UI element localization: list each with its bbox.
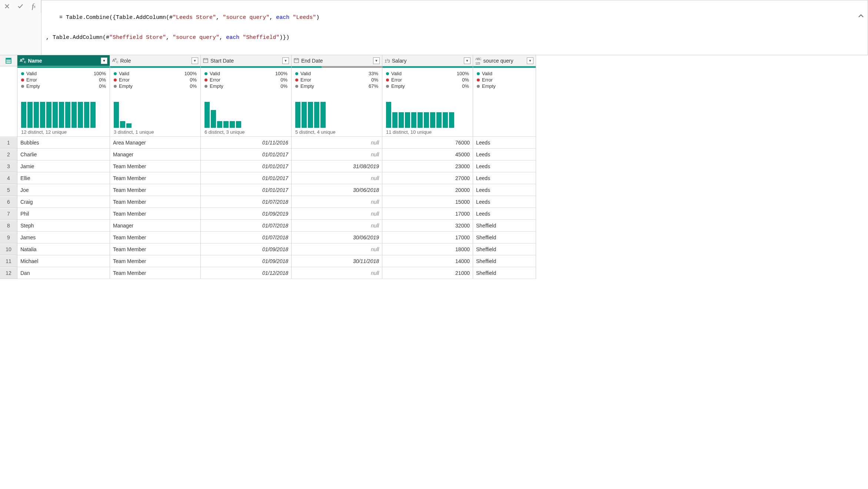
cell[interactable]: Team Member <box>110 184 200 196</box>
cell[interactable]: 01/09/2018 <box>201 243 291 255</box>
cell[interactable]: 27000 <box>382 172 473 184</box>
row-number[interactable]: 11 <box>0 255 17 267</box>
row-number[interactable]: 10 <box>0 243 17 255</box>
cell[interactable]: 30/06/2019 <box>292 232 382 243</box>
cell[interactable]: Team Member <box>110 267 200 279</box>
type-icon[interactable]: ABC <box>112 57 118 64</box>
cell[interactable]: Leeds <box>473 172 536 184</box>
cell[interactable]: null <box>292 243 382 255</box>
cell[interactable]: Manager <box>110 149 200 160</box>
cell[interactable]: null <box>292 208 382 220</box>
cell[interactable]: 01/11/2016 <box>201 137 291 149</box>
cell[interactable]: 17000 <box>382 232 473 243</box>
cell[interactable]: 76000 <box>382 137 473 149</box>
cell[interactable]: null <box>292 220 382 232</box>
cell[interactable]: 01/01/2017 <box>201 184 291 196</box>
cell[interactable]: 01/12/2018 <box>201 267 291 279</box>
cell[interactable]: 01/07/2018 <box>201 220 291 232</box>
cell[interactable]: null <box>292 137 382 149</box>
formula-editor[interactable]: = Table.Combine({Table.AddColumn(#"Leeds… <box>41 0 868 55</box>
column-filter-dropdown[interactable]: ▼ <box>192 57 198 64</box>
cell[interactable]: null <box>292 149 382 160</box>
cell[interactable]: Leeds <box>473 208 536 220</box>
type-icon[interactable]: 123 <box>385 58 390 63</box>
cell[interactable]: Natalia <box>17 243 110 255</box>
cell[interactable]: 01/01/2017 <box>201 149 291 160</box>
cell[interactable]: 30/11/2018 <box>292 255 382 267</box>
type-icon[interactable]: ABC <box>20 57 26 64</box>
column-header[interactable]: Start Date▼ <box>201 55 291 66</box>
cell[interactable]: Phil <box>17 208 110 220</box>
type-icon[interactable] <box>294 58 299 64</box>
cell[interactable]: Sheffield <box>473 220 536 232</box>
cell[interactable]: 01/01/2017 <box>201 160 291 172</box>
cell[interactable]: Manager <box>110 220 200 232</box>
cell[interactable]: Team Member <box>110 172 200 184</box>
row-number[interactable]: 8 <box>0 220 17 232</box>
cell[interactable]: 01/07/2018 <box>201 232 291 243</box>
collapse-formula-button[interactable] <box>839 3 864 31</box>
cell[interactable]: Steph <box>17 220 110 232</box>
type-icon[interactable]: ABC123 <box>475 56 481 65</box>
cell[interactable]: Leeds <box>473 160 536 172</box>
cell[interactable]: null <box>292 267 382 279</box>
cancel-formula-button[interactable] <box>3 2 11 10</box>
row-number[interactable]: 1 <box>0 137 17 149</box>
commit-formula-button[interactable] <box>16 2 24 10</box>
cell[interactable]: Leeds <box>473 196 536 208</box>
cell[interactable]: Jamie <box>17 160 110 172</box>
column-filter-dropdown[interactable]: ▼ <box>527 57 533 64</box>
cell[interactable]: 17000 <box>382 208 473 220</box>
cell[interactable]: 32000 <box>382 220 473 232</box>
column-header[interactable]: ABCName▼ <box>17 55 110 66</box>
row-number[interactable]: 6 <box>0 196 17 208</box>
cell[interactable]: 18000 <box>382 243 473 255</box>
row-number[interactable]: 5 <box>0 184 17 196</box>
row-number[interactable]: 7 <box>0 208 17 220</box>
cell[interactable]: Dan <box>17 267 110 279</box>
cell[interactable]: 01/09/2019 <box>201 208 291 220</box>
cell[interactable]: Team Member <box>110 208 200 220</box>
cell[interactable]: 45000 <box>382 149 473 160</box>
cell[interactable]: Leeds <box>473 184 536 196</box>
cell[interactable]: Team Member <box>110 255 200 267</box>
cell[interactable]: Leeds <box>473 149 536 160</box>
column-filter-dropdown[interactable]: ▼ <box>101 57 107 64</box>
row-number[interactable]: 9 <box>0 232 17 243</box>
cell[interactable]: 15000 <box>382 196 473 208</box>
column-header[interactable]: 123Salary▼ <box>382 55 473 66</box>
column-filter-dropdown[interactable]: ▼ <box>373 57 380 64</box>
cell[interactable]: Team Member <box>110 232 200 243</box>
cell[interactable]: null <box>292 172 382 184</box>
cell[interactable]: Team Member <box>110 196 200 208</box>
row-number[interactable]: 4 <box>0 172 17 184</box>
cell[interactable]: 01/09/2018 <box>201 255 291 267</box>
cell[interactable]: 01/07/2018 <box>201 196 291 208</box>
column-header[interactable]: ABCRole▼ <box>110 55 200 66</box>
cell[interactable]: Sheffield <box>473 267 536 279</box>
cell[interactable]: Sheffield <box>473 243 536 255</box>
cell[interactable]: Team Member <box>110 160 200 172</box>
column-header[interactable]: End Date▼ <box>292 55 382 66</box>
cell[interactable]: Sheffield <box>473 255 536 267</box>
row-number[interactable]: 3 <box>0 160 17 172</box>
cell[interactable]: 20000 <box>382 184 473 196</box>
cell[interactable]: 23000 <box>382 160 473 172</box>
column-filter-dropdown[interactable]: ▼ <box>464 57 470 64</box>
cell[interactable]: Michael <box>17 255 110 267</box>
cell[interactable]: Sheffield <box>473 232 536 243</box>
column-header[interactable]: ABC123source query▼ <box>473 55 536 66</box>
column-filter-dropdown[interactable]: ▼ <box>282 57 289 64</box>
cell[interactable]: 01/01/2017 <box>201 172 291 184</box>
cell[interactable]: null <box>292 196 382 208</box>
cell[interactable]: 30/06/2018 <box>292 184 382 196</box>
cell[interactable]: Bubbles <box>17 137 110 149</box>
type-icon[interactable] <box>203 58 208 64</box>
cell[interactable]: Craig <box>17 196 110 208</box>
cell[interactable]: 31/08/2019 <box>292 160 382 172</box>
cell[interactable]: Team Member <box>110 243 200 255</box>
cell[interactable]: Ellie <box>17 172 110 184</box>
cell[interactable]: Charlie <box>17 149 110 160</box>
cell[interactable]: Area Manager <box>110 137 200 149</box>
cell[interactable]: James <box>17 232 110 243</box>
